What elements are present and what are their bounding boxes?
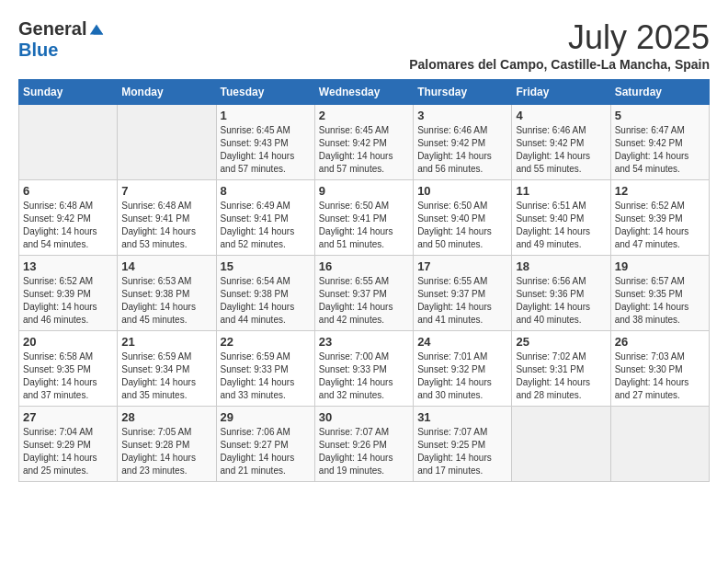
day-info: Sunrise: 7:04 AM Sunset: 9:29 PM Dayligh… xyxy=(23,426,113,477)
day-info: Sunrise: 7:07 AM Sunset: 9:26 PM Dayligh… xyxy=(319,426,409,477)
day-info: Sunrise: 6:54 AM Sunset: 9:38 PM Dayligh… xyxy=(221,275,311,327)
day-info: Sunrise: 7:05 AM Sunset: 9:28 PM Dayligh… xyxy=(121,426,211,477)
calendar-cell: 1Sunrise: 6:45 AM Sunset: 9:43 PM Daylig… xyxy=(216,105,314,180)
day-info: Sunrise: 6:56 AM Sunset: 9:36 PM Dayligh… xyxy=(516,275,606,327)
day-number: 7 xyxy=(121,184,211,198)
calendar-cell: 27Sunrise: 7:04 AM Sunset: 9:29 PM Dayli… xyxy=(19,407,118,482)
day-info: Sunrise: 6:45 AM Sunset: 9:43 PM Dayligh… xyxy=(221,124,311,176)
day-info: Sunrise: 7:06 AM Sunset: 9:27 PM Dayligh… xyxy=(221,426,311,477)
day-number: 10 xyxy=(417,184,507,198)
day-info: Sunrise: 6:45 AM Sunset: 9:42 PM Dayligh… xyxy=(319,124,409,176)
day-number: 27 xyxy=(23,410,113,424)
day-number: 31 xyxy=(417,410,507,424)
day-number: 23 xyxy=(319,335,409,349)
day-number: 22 xyxy=(221,335,311,349)
calendar-cell xyxy=(118,105,216,180)
day-info: Sunrise: 6:53 AM Sunset: 9:38 PM Dayligh… xyxy=(121,275,211,327)
day-number: 5 xyxy=(615,109,705,122)
calendar-table: SundayMondayTuesdayWednesdayThursdayFrid… xyxy=(18,79,710,482)
calendar-cell: 16Sunrise: 6:55 AM Sunset: 9:37 PM Dayli… xyxy=(314,256,413,331)
day-number: 16 xyxy=(319,259,409,273)
week-row-2: 6Sunrise: 6:48 AM Sunset: 9:42 PM Daylig… xyxy=(19,180,710,256)
week-row-4: 20Sunrise: 6:58 AM Sunset: 9:35 PM Dayli… xyxy=(19,331,710,407)
page-header: General Blue July 2025 Palomares del Cam… xyxy=(18,18,710,72)
calendar-cell: 24Sunrise: 7:01 AM Sunset: 9:32 PM Dayli… xyxy=(414,331,512,407)
weekday-header-row: SundayMondayTuesdayWednesdayThursdayFrid… xyxy=(19,80,710,105)
calendar-cell: 10Sunrise: 6:50 AM Sunset: 9:40 PM Dayli… xyxy=(414,180,512,256)
day-info: Sunrise: 6:55 AM Sunset: 9:37 PM Dayligh… xyxy=(319,275,409,327)
weekday-header-sunday: Sunday xyxy=(19,80,118,105)
month-title: July 2025 xyxy=(409,18,710,57)
title-section: July 2025 Palomares del Campo, Castille-… xyxy=(409,18,710,72)
location-title: Palomares del Campo, Castille-La Mancha,… xyxy=(409,57,710,72)
calendar-cell: 2Sunrise: 6:45 AM Sunset: 9:42 PM Daylig… xyxy=(314,105,413,180)
calendar-cell xyxy=(610,407,709,482)
day-number: 26 xyxy=(615,335,705,349)
calendar-cell: 9Sunrise: 6:50 AM Sunset: 9:41 PM Daylig… xyxy=(314,180,413,256)
calendar-cell: 11Sunrise: 6:51 AM Sunset: 9:40 PM Dayli… xyxy=(512,180,610,256)
day-number: 30 xyxy=(319,410,409,424)
calendar-cell: 5Sunrise: 6:47 AM Sunset: 9:42 PM Daylig… xyxy=(610,105,709,180)
calendar-cell: 30Sunrise: 7:07 AM Sunset: 9:26 PM Dayli… xyxy=(314,407,413,482)
day-info: Sunrise: 6:52 AM Sunset: 9:39 PM Dayligh… xyxy=(615,200,705,251)
calendar-cell: 12Sunrise: 6:52 AM Sunset: 9:39 PM Dayli… xyxy=(610,180,709,256)
day-number: 28 xyxy=(121,410,211,424)
day-number: 4 xyxy=(516,109,606,122)
day-info: Sunrise: 6:47 AM Sunset: 9:42 PM Dayligh… xyxy=(615,124,705,176)
day-number: 3 xyxy=(417,109,507,122)
weekday-header-monday: Monday xyxy=(118,80,216,105)
week-row-1: 1Sunrise: 6:45 AM Sunset: 9:43 PM Daylig… xyxy=(19,105,710,180)
calendar-cell: 23Sunrise: 7:00 AM Sunset: 9:33 PM Dayli… xyxy=(314,331,413,407)
day-number: 20 xyxy=(23,335,113,349)
day-info: Sunrise: 6:48 AM Sunset: 9:41 PM Dayligh… xyxy=(121,200,211,251)
weekday-header-wednesday: Wednesday xyxy=(314,80,413,105)
day-number: 12 xyxy=(615,184,705,198)
day-number: 18 xyxy=(516,259,606,273)
calendar-cell: 28Sunrise: 7:05 AM Sunset: 9:28 PM Dayli… xyxy=(118,407,216,482)
day-info: Sunrise: 6:57 AM Sunset: 9:35 PM Dayligh… xyxy=(615,275,705,327)
week-row-5: 27Sunrise: 7:04 AM Sunset: 9:29 PM Dayli… xyxy=(19,407,710,482)
day-number: 24 xyxy=(417,335,507,349)
calendar-cell: 6Sunrise: 6:48 AM Sunset: 9:42 PM Daylig… xyxy=(19,180,118,256)
day-number: 14 xyxy=(121,259,211,273)
day-info: Sunrise: 6:55 AM Sunset: 9:37 PM Dayligh… xyxy=(417,275,507,327)
day-info: Sunrise: 7:01 AM Sunset: 9:32 PM Dayligh… xyxy=(417,350,507,402)
calendar-cell: 20Sunrise: 6:58 AM Sunset: 9:35 PM Dayli… xyxy=(19,331,118,407)
calendar-cell xyxy=(19,105,118,180)
calendar-cell: 4Sunrise: 6:46 AM Sunset: 9:42 PM Daylig… xyxy=(512,105,610,180)
day-number: 8 xyxy=(221,184,311,198)
day-info: Sunrise: 6:52 AM Sunset: 9:39 PM Dayligh… xyxy=(23,275,113,327)
calendar-cell: 15Sunrise: 6:54 AM Sunset: 9:38 PM Dayli… xyxy=(216,256,314,331)
day-info: Sunrise: 6:59 AM Sunset: 9:34 PM Dayligh… xyxy=(121,350,211,402)
day-number: 21 xyxy=(121,335,211,349)
calendar-cell: 21Sunrise: 6:59 AM Sunset: 9:34 PM Dayli… xyxy=(118,331,216,407)
day-number: 6 xyxy=(23,184,113,198)
logo-icon xyxy=(88,21,105,38)
calendar-cell: 13Sunrise: 6:52 AM Sunset: 9:39 PM Dayli… xyxy=(19,256,118,331)
day-info: Sunrise: 6:51 AM Sunset: 9:40 PM Dayligh… xyxy=(516,200,606,251)
day-number: 11 xyxy=(516,184,606,198)
day-info: Sunrise: 6:50 AM Sunset: 9:40 PM Dayligh… xyxy=(417,200,507,251)
day-info: Sunrise: 6:46 AM Sunset: 9:42 PM Dayligh… xyxy=(417,124,507,176)
day-info: Sunrise: 6:59 AM Sunset: 9:33 PM Dayligh… xyxy=(221,350,311,402)
calendar-cell: 22Sunrise: 6:59 AM Sunset: 9:33 PM Dayli… xyxy=(216,331,314,407)
calendar-cell: 19Sunrise: 6:57 AM Sunset: 9:35 PM Dayli… xyxy=(610,256,709,331)
weekday-header-saturday: Saturday xyxy=(610,80,709,105)
day-info: Sunrise: 7:07 AM Sunset: 9:25 PM Dayligh… xyxy=(417,426,507,477)
day-info: Sunrise: 7:02 AM Sunset: 9:31 PM Dayligh… xyxy=(516,350,606,402)
day-info: Sunrise: 6:50 AM Sunset: 9:41 PM Dayligh… xyxy=(319,200,409,251)
day-info: Sunrise: 6:58 AM Sunset: 9:35 PM Dayligh… xyxy=(23,350,113,402)
day-number: 9 xyxy=(319,184,409,198)
day-number: 29 xyxy=(221,410,311,424)
calendar-cell: 18Sunrise: 6:56 AM Sunset: 9:36 PM Dayli… xyxy=(512,256,610,331)
week-row-3: 13Sunrise: 6:52 AM Sunset: 9:39 PM Dayli… xyxy=(19,256,710,331)
calendar-cell: 29Sunrise: 7:06 AM Sunset: 9:27 PM Dayli… xyxy=(216,407,314,482)
day-number: 13 xyxy=(23,259,113,273)
day-number: 1 xyxy=(221,109,311,122)
day-number: 15 xyxy=(221,259,311,273)
weekday-header-thursday: Thursday xyxy=(414,80,512,105)
day-number: 17 xyxy=(417,259,507,273)
calendar-cell: 26Sunrise: 7:03 AM Sunset: 9:30 PM Dayli… xyxy=(610,331,709,407)
calendar-cell: 7Sunrise: 6:48 AM Sunset: 9:41 PM Daylig… xyxy=(118,180,216,256)
day-number: 19 xyxy=(615,259,705,273)
